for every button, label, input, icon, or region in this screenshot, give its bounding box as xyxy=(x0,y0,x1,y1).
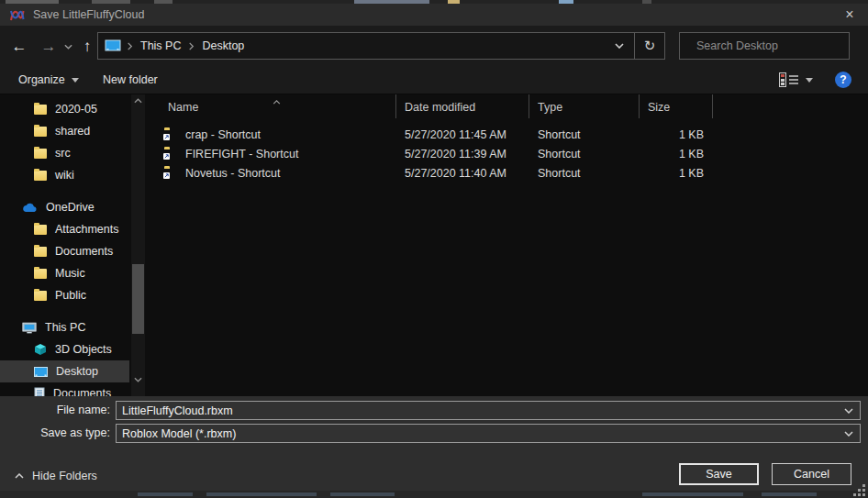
close-icon: × xyxy=(845,6,853,23)
chevron-down-icon xyxy=(844,431,853,437)
column-header-row: Name Date modified Type Size xyxy=(156,94,868,118)
save-button[interactable]: Save xyxy=(679,463,759,485)
shortcut-arrow-icon xyxy=(164,154,169,159)
resize-grip[interactable] xyxy=(852,483,865,496)
views-button[interactable] xyxy=(779,66,813,94)
help-button[interactable]: ? xyxy=(835,66,851,94)
chevron-down-icon xyxy=(844,408,853,414)
save-as-type-label: Save as type: xyxy=(0,424,110,443)
address-bar[interactable]: This PC Desktop ↻ xyxy=(97,32,665,60)
up-button[interactable]: ↑ xyxy=(75,33,99,61)
sidebar-item-label: This PC xyxy=(45,321,85,334)
titlebar: Save LittleFluffyCloud × xyxy=(0,4,868,26)
column-header-date-modified[interactable]: Date modified xyxy=(396,94,529,118)
sidebar-item-3d-objects[interactable]: 3D Objects xyxy=(0,338,129,360)
column-header-type[interactable]: Type xyxy=(529,94,640,118)
background-window-fragment xyxy=(330,492,395,496)
background-window-fragment xyxy=(138,492,193,496)
sidebar-item-2020-05[interactable]: 2020-05 xyxy=(0,98,129,120)
save-dialog-window: Save LittleFluffyCloud × ← → ↑ This PC D… xyxy=(0,0,868,498)
column-header-size[interactable]: Size xyxy=(640,94,713,118)
search-box[interactable] xyxy=(679,32,850,60)
file-size: 1 KB xyxy=(640,148,713,160)
main-area: 2020-05 shared src wiki xyxy=(0,94,868,396)
sidebar-item-src[interactable]: src xyxy=(0,142,129,164)
breadcrumb-chevron-icon xyxy=(127,42,133,50)
cancel-button[interactable]: Cancel xyxy=(772,463,851,485)
save-controls-panel: File name: Save as type: Roblox Model (*… xyxy=(0,396,868,491)
new-folder-label: New folder xyxy=(103,73,158,86)
background-window-sliver xyxy=(0,491,868,498)
window-title: Save LittleFluffyCloud xyxy=(33,8,144,21)
recent-locations-button[interactable] xyxy=(61,33,75,61)
file-type: Shortcut xyxy=(529,167,640,180)
sidebar-item-wiki[interactable]: wiki xyxy=(0,164,129,186)
sidebar-item-label: OneDrive xyxy=(46,201,95,214)
chevron-down-icon xyxy=(64,44,72,50)
shortcut-folder-icon xyxy=(164,129,177,139)
organize-button[interactable]: Organize xyxy=(18,66,79,94)
new-folder-button[interactable]: New folder xyxy=(103,66,158,94)
sidebar-item-documents-onedrive[interactable]: Documents xyxy=(0,240,129,262)
chevron-down-icon xyxy=(134,377,142,382)
close-button[interactable]: × xyxy=(837,4,862,26)
file-row-crap-shortcut[interactable]: crap - Shortcut 5/27/2020 11:45 AM Short… xyxy=(156,125,868,144)
shortcut-arrow-icon xyxy=(164,135,169,139)
sidebar-item-label: shared xyxy=(55,125,90,138)
refresh-button[interactable]: ↻ xyxy=(635,33,664,59)
column-header-name[interactable]: Name xyxy=(156,94,396,118)
save-as-type-value: Roblox Model (*.rbxm) xyxy=(117,427,838,440)
back-button[interactable]: ← xyxy=(7,33,31,61)
computer-icon xyxy=(22,322,37,334)
sidebar-item-desktop[interactable]: Desktop xyxy=(0,360,129,382)
file-row-firefight-shortcut[interactable]: FIREFIGHT - Shortcut 5/27/2020 11:39 AM … xyxy=(156,144,868,163)
file-name: FIREFIGHT - Shortcut xyxy=(185,148,298,160)
chevron-down-icon xyxy=(615,43,624,49)
file-name: Novetus - Shortcut xyxy=(185,167,281,180)
background-window-fragment xyxy=(206,492,317,496)
folder-icon xyxy=(34,149,47,159)
file-row-novetus-shortcut[interactable]: Novetus - Shortcut 5/27/2020 11:40 AM Sh… xyxy=(156,163,868,183)
hide-folders-button[interactable]: Hide Folders xyxy=(15,466,97,486)
file-size: 1 KB xyxy=(640,167,713,180)
this-pc-icon xyxy=(105,39,121,52)
search-input[interactable] xyxy=(696,39,844,52)
sidebar-item-this-pc[interactable]: This PC xyxy=(0,316,129,338)
scrollbar-thumb[interactable] xyxy=(132,264,144,334)
hide-folders-label: Hide Folders xyxy=(32,470,97,482)
refresh-icon: ↻ xyxy=(644,38,656,54)
chevron-up-icon xyxy=(134,98,142,104)
cancel-button-label: Cancel xyxy=(794,468,829,481)
sidebar-item-attachments[interactable]: Attachments xyxy=(0,218,129,240)
navigation-pane: 2020-05 shared src wiki xyxy=(0,94,145,396)
sidebar-item-shared[interactable]: shared xyxy=(0,120,129,142)
breadcrumb-this-pc[interactable]: This PC xyxy=(133,33,188,59)
save-as-type-dropdown-button[interactable] xyxy=(838,425,860,442)
command-bar: Organize New folder ? xyxy=(0,66,868,94)
sidebar-item-onedrive[interactable]: OneDrive xyxy=(0,196,129,218)
previous-locations-button[interactable] xyxy=(605,33,634,59)
sidebar-item-label: src xyxy=(55,147,71,160)
file-name-field xyxy=(116,401,861,420)
file-name-dropdown-button[interactable] xyxy=(838,402,860,419)
background-window-fragment xyxy=(762,492,817,496)
sidebar-scrollbar[interactable] xyxy=(131,94,145,396)
sidebar-item-label: Music xyxy=(55,267,85,280)
breadcrumb-desktop[interactable]: Desktop xyxy=(195,33,251,59)
cube-icon xyxy=(34,343,47,356)
file-name-input[interactable] xyxy=(117,404,838,417)
file-list: Name Date modified Type Size crap - Shor… xyxy=(156,94,868,396)
forward-icon: → xyxy=(41,38,57,56)
save-as-type-select[interactable]: Roblox Model (*.rbxm) xyxy=(116,424,861,443)
scroll-up-button[interactable] xyxy=(131,94,145,107)
file-name: crap - Shortcut xyxy=(185,128,261,141)
sidebar-item-music[interactable]: Music xyxy=(0,262,129,284)
forward-button[interactable]: → xyxy=(37,33,61,61)
shortcut-arrow-icon xyxy=(164,173,169,178)
scroll-down-button[interactable] xyxy=(131,373,145,386)
onedrive-cloud-icon xyxy=(22,203,38,213)
breadcrumb-chevron-icon xyxy=(188,42,195,50)
sidebar-item-public[interactable]: Public xyxy=(0,284,129,306)
file-size: 1 KB xyxy=(640,128,713,141)
file-name-label: File name: xyxy=(0,401,110,420)
